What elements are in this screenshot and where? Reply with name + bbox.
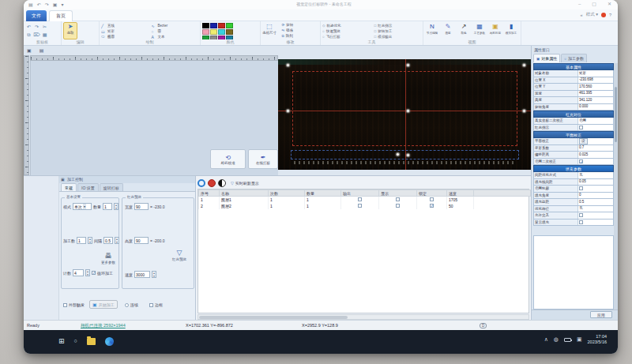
- loop-checkbox[interactable]: [92, 271, 96, 275]
- color-swatch[interactable]: [210, 29, 217, 35]
- property-row[interactable]: 真实坐标二次校正 启用: [533, 118, 614, 125]
- tool-option-3[interactable]: □ 旋转加工: [374, 28, 422, 34]
- modify-item-1[interactable]: 镜像: [286, 28, 293, 32]
- property-row[interactable]: 允许交叉: [533, 212, 614, 220]
- property-row[interactable]: 间距优化方式 无: [533, 172, 614, 179]
- canvas-snap-toggle-icon[interactable]: ▤: [40, 47, 44, 53]
- modify-item-0[interactable]: 旋转: [286, 23, 293, 27]
- property-row[interactable]: 对象名称 矩形: [533, 70, 614, 77]
- start-button[interactable]: ▣ 开始加工: [89, 300, 118, 309]
- qat-icon-3[interactable]: ▣: [53, 2, 58, 8]
- selection-handle[interactable]: [522, 63, 526, 67]
- view-tool-4[interactable]: ▣ 相机标定: [488, 23, 502, 35]
- selection-handle[interactable]: [406, 153, 410, 157]
- file-explorer-icon[interactable]: [87, 338, 96, 345]
- property-value[interactable]: 0.5: [578, 199, 613, 205]
- tool-option-2[interactable]: ○ 快速预览: [322, 28, 370, 34]
- draw-tool-5[interactable]: A 文本: [152, 34, 199, 39]
- invert-icon[interactable]: [218, 179, 226, 187]
- selection-handle[interactable]: [286, 109, 290, 113]
- ribbon-collapse-icon[interactable]: «: [581, 13, 583, 17]
- counter-stepper[interactable]: ▲▼: [85, 269, 90, 276]
- network-icon[interactable]: ◍: [554, 336, 559, 343]
- row-checkbox[interactable]: [430, 197, 434, 201]
- property-row[interactable]: 启用二次校正: [533, 159, 614, 166]
- counter-input[interactable]: 4: [73, 269, 84, 276]
- property-section-header[interactable]: 红光对位: [533, 111, 614, 118]
- clipboard-icon-4[interactable]: ⌦: [33, 32, 40, 39]
- close-icon[interactable]: ✕: [608, 1, 611, 8]
- selection-handle[interactable]: [396, 152, 400, 156]
- table-column-header[interactable]: 名称: [220, 190, 269, 197]
- property-checkbox[interactable]: [579, 220, 583, 224]
- selection-handle[interactable]: [406, 63, 410, 67]
- properties-scrollbar[interactable]: [614, 63, 618, 310]
- tab-home[interactable]: 首页: [49, 10, 73, 21]
- view-tool-3[interactable]: ▦ 工艺参数: [472, 23, 487, 35]
- table-column-header[interactable]: 序号: [199, 190, 220, 197]
- table-column-header[interactable]: 数量: [305, 190, 341, 197]
- property-section-header[interactable]: 平面校正: [533, 131, 614, 138]
- qat-icon-2[interactable]: ↷: [45, 2, 49, 8]
- params-tab-1[interactable]: IO 设置: [77, 183, 99, 191]
- property-row[interactable]: 旋转角度 0.000: [533, 104, 614, 111]
- camera-preview[interactable]: [278, 59, 531, 170]
- app-taskbar-icon[interactable]: [105, 337, 114, 346]
- canvas-grid-toggle-icon[interactable]: ▣: [27, 47, 32, 53]
- tool-option-5[interactable]: □ 模拟输出: [374, 34, 422, 39]
- refresh-label[interactable]: 实时刷新显示: [235, 181, 259, 186]
- gap-input[interactable]: 0.5: [103, 237, 113, 244]
- times-input[interactable]: 1: [77, 237, 86, 244]
- tool-option-0[interactable]: ◇ 轨迹优化: [322, 23, 370, 28]
- stop-mark-icon[interactable]: [208, 179, 216, 187]
- tool-option-4[interactable]: ○ 飞行打标: [322, 34, 370, 39]
- row-checkbox[interactable]: [430, 204, 434, 208]
- draw-tool-3[interactable]: ○ 圆: [152, 28, 199, 34]
- row-checkbox[interactable]: [396, 204, 400, 208]
- battery-icon[interactable]: [564, 338, 571, 342]
- property-value[interactable]: 461.395: [578, 91, 613, 97]
- color-swatch[interactable]: [218, 29, 225, 35]
- view-tool-1[interactable]: ✎ 画笔: [441, 23, 455, 35]
- table-column-header[interactable]: 次数: [269, 190, 305, 197]
- property-value[interactable]: 0.05: [578, 179, 613, 186]
- property-row[interactable]: 宽度 461.395: [533, 91, 614, 98]
- qat-icon-0[interactable]: ▤: [28, 2, 33, 8]
- modify-item-2[interactable]: 阵列: [286, 34, 293, 38]
- property-row[interactable]: 优化路径 无: [533, 206, 614, 213]
- taskbar-clock[interactable]: 17:04 2023/5/16: [588, 334, 607, 345]
- property-checkbox[interactable]: [579, 159, 583, 163]
- status-camera-info[interactable]: 相机已连接 2592×1944: [81, 323, 126, 328]
- property-value[interactable]: [578, 186, 613, 192]
- property-value[interactable]: [578, 159, 613, 165]
- app-menu-button[interactable]: 文件: [26, 10, 47, 21]
- help-button[interactable]: ?: [609, 13, 611, 17]
- continuous-radio[interactable]: [125, 303, 129, 307]
- count-stepper[interactable]: ▲▼: [114, 203, 118, 210]
- search-icon[interactable]: ○: [74, 336, 77, 347]
- draw-tool-2[interactable]: ▭ 矩形: [101, 28, 149, 34]
- view-tool-0[interactable]: N 节点编辑: [425, 23, 439, 35]
- property-row[interactable]: 偏移距离 0.025: [533, 152, 614, 159]
- selection-handle[interactable]: [406, 109, 410, 113]
- property-value[interactable]: 341.120: [578, 97, 613, 103]
- view-tool-5[interactable]: ▮ 模拟加工: [504, 23, 518, 35]
- row-checkbox[interactable]: [396, 197, 400, 201]
- clipboard-icon-5[interactable]: ▦: [41, 32, 48, 39]
- clipboard-icon-0[interactable]: ↶: [25, 24, 32, 31]
- row-checkbox[interactable]: [358, 197, 362, 201]
- property-value[interactable]: 设: [578, 138, 613, 144]
- border-checkbox[interactable]: [149, 303, 153, 307]
- more-params-button[interactable]: 🖶 更多参数: [101, 252, 115, 265]
- property-value[interactable]: [578, 125, 613, 131]
- draw-tool-0[interactable]: ╱ 直线: [101, 23, 149, 28]
- clipboard-icon-1[interactable]: ↷: [33, 24, 40, 31]
- height-input[interactable]: 90: [134, 237, 149, 244]
- property-value[interactable]: [578, 220, 613, 226]
- clipboard-icon-2[interactable]: ✂: [41, 24, 48, 31]
- apply-button[interactable]: 应用: [590, 311, 612, 318]
- table-column-header[interactable]: 锁定: [417, 190, 447, 197]
- property-checkbox[interactable]: [579, 186, 583, 190]
- property-row[interactable]: 红光指示: [533, 125, 614, 132]
- gap-stepper[interactable]: ▲▼: [115, 237, 119, 244]
